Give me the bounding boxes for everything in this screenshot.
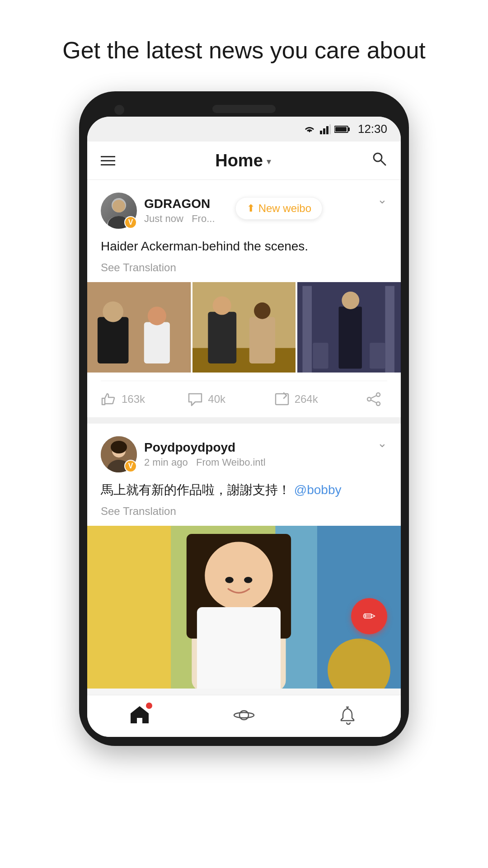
verified-label: V: [128, 218, 133, 226]
post-text: Haider Ackerman-behind the scenes.: [101, 237, 387, 256]
feed: V GDRAGON Just now Fro... ⌄: [87, 180, 401, 689]
author-name: GDRAGON: [144, 197, 215, 211]
signal-icon: [320, 124, 331, 134]
svg-rect-3: [329, 124, 331, 134]
new-weibo-arrow-icon: ⬆: [247, 203, 255, 214]
comment-count: 40k: [208, 393, 225, 406]
post-image-3[interactable]: [297, 282, 401, 373]
phone-screen: 12:30 Home ▾: [87, 117, 401, 737]
compose-fab-button[interactable]: ✏: [351, 598, 387, 634]
post-source: Fro...: [192, 213, 215, 224]
post-menu-button[interactable]: ⌄: [377, 193, 387, 207]
post-image-1[interactable]: [87, 282, 191, 373]
post-time: Just now: [144, 213, 183, 224]
app-header: Home ▾: [87, 142, 401, 180]
post-menu-button-2[interactable]: ⌄: [377, 436, 387, 450]
new-weibo-label: New weibo: [258, 202, 311, 215]
svg-rect-29: [313, 343, 328, 369]
search-icon: [371, 151, 387, 167]
avatar-container-2: V: [101, 436, 137, 472]
post-header: V GDRAGON Just now Fro... ⌄: [101, 193, 387, 229]
svg-point-40: [111, 441, 127, 453]
post-source-2: From Weibo.intl: [196, 457, 266, 468]
phone-camera: [114, 105, 124, 115]
nav-home[interactable]: [129, 704, 150, 726]
hamburger-menu-button[interactable]: [101, 156, 115, 165]
svg-rect-27: [339, 307, 362, 369]
svg-rect-20: [208, 312, 236, 363]
comment-button[interactable]: 40k: [187, 392, 273, 406]
post-meta-2: 2 min ago From Weibo.intl: [144, 457, 266, 468]
svg-rect-1: [323, 128, 325, 134]
svg-rect-30: [370, 343, 385, 369]
post-card-2: V Poydpoydpoyd 2 min ago From Weibo.intl: [87, 424, 401, 689]
wifi-icon: [303, 124, 316, 134]
post-mention[interactable]: @bobby: [294, 483, 342, 497]
comment-icon: [187, 392, 203, 406]
svg-rect-16: [144, 322, 170, 363]
svg-rect-42: [87, 526, 171, 689]
verified-badge-2: V: [124, 460, 137, 472]
see-translation-button-2[interactable]: See Translation: [101, 505, 387, 518]
svg-point-51: [244, 577, 253, 583]
header-title-group[interactable]: Home ▾: [215, 151, 271, 170]
svg-point-28: [342, 292, 360, 309]
nav-home-dot: [146, 703, 152, 709]
scene-image-2: [192, 282, 296, 373]
svg-point-33: [367, 397, 371, 401]
like-button[interactable]: 163k: [101, 392, 187, 406]
nav-explore[interactable]: [233, 705, 255, 725]
author-name-2: Poydpoydpoyd: [144, 440, 266, 455]
svg-rect-14: [98, 317, 129, 364]
svg-point-11: [113, 200, 125, 212]
svg-line-8: [381, 160, 385, 165]
svg-rect-5: [348, 127, 350, 131]
repost-button[interactable]: 264k: [274, 392, 360, 406]
search-button[interactable]: [371, 151, 387, 170]
like-icon: [101, 392, 117, 406]
compose-pencil-icon: ✏: [363, 607, 375, 625]
share-button[interactable]: [360, 392, 387, 406]
post-author-info-2: V Poydpoydpoyd 2 min ago From Weibo.intl: [101, 436, 266, 472]
author-text-group-2: Poydpoydpoyd 2 min ago From Weibo.intl: [144, 440, 266, 468]
nav-notifications[interactable]: [338, 705, 359, 725]
nav-home-icon-wrapper: [129, 704, 150, 726]
bell-icon: [338, 705, 359, 725]
svg-line-35: [371, 396, 376, 398]
repost-icon: [274, 392, 290, 406]
bottom-navigation: [87, 695, 401, 737]
author-text-group: GDRAGON Just now Fro...: [144, 197, 215, 225]
post-time-2: 2 min ago: [144, 457, 188, 468]
avatar-container: V: [101, 193, 137, 229]
share-icon: [366, 392, 382, 406]
explore-icon: [233, 705, 255, 725]
svg-line-36: [371, 400, 376, 403]
post-image-2[interactable]: [192, 282, 296, 373]
status-time: 12:30: [358, 122, 387, 136]
action-bar: 163k 40k 264k: [101, 381, 387, 417]
post-card: V GDRAGON Just now Fro... ⌄: [87, 180, 401, 417]
status-bar: 12:30: [87, 117, 401, 142]
see-translation-button[interactable]: See Translation: [101, 261, 387, 274]
scene-image-3: [297, 282, 401, 373]
like-count: 163k: [122, 393, 145, 406]
svg-point-53: [234, 712, 254, 718]
phone-frame: 12:30 Home ▾: [79, 91, 409, 746]
header-dropdown-icon: ▾: [267, 156, 271, 167]
post-image-grid: [87, 282, 401, 373]
svg-rect-22: [249, 317, 275, 364]
new-weibo-toast[interactable]: ⬆ New weibo: [235, 197, 323, 220]
post-author-info: V GDRAGON Just now Fro...: [101, 193, 215, 229]
post-header-2: V Poydpoydpoyd 2 min ago From Weibo.intl: [101, 436, 387, 472]
svg-point-34: [376, 402, 380, 406]
svg-point-21: [212, 297, 231, 315]
svg-point-15: [103, 302, 123, 322]
svg-point-23: [254, 303, 271, 320]
svg-point-17: [148, 307, 166, 326]
post-meta: Just now Fro...: [144, 213, 215, 225]
status-icons: [303, 124, 351, 134]
svg-rect-26: [385, 286, 395, 373]
svg-point-50: [225, 577, 234, 583]
phone-speaker: [212, 105, 276, 113]
page-headline: Get the latest news you care about: [35, 36, 453, 64]
